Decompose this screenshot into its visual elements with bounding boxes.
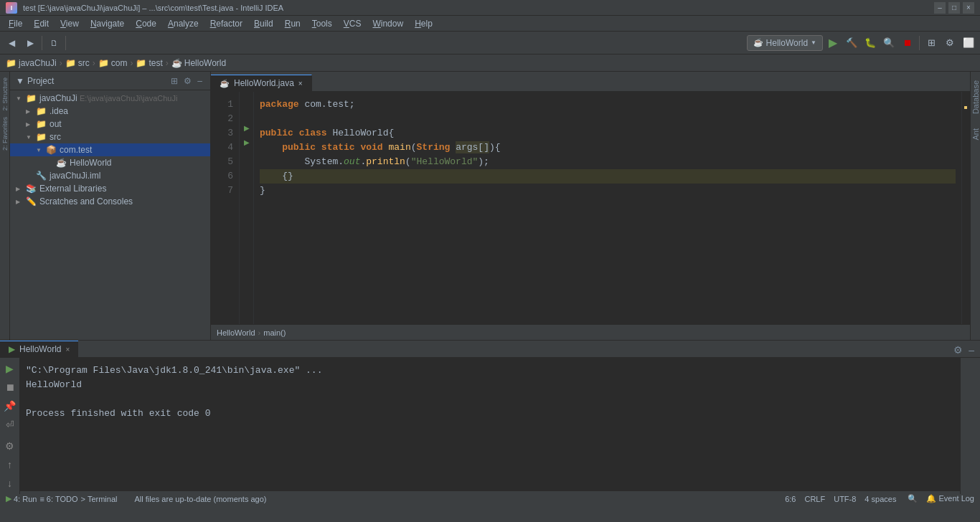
package-icon: 📦 bbox=[46, 145, 57, 155]
menu-navigate[interactable]: Navigate bbox=[85, 17, 130, 30]
menu-run[interactable]: Run bbox=[279, 17, 306, 30]
debug-button[interactable]: 🐛 bbox=[862, 34, 879, 52]
menu-code[interactable]: Code bbox=[130, 17, 162, 30]
editor-tab-helloworld[interactable]: ☕ HelloWorld.java × bbox=[211, 75, 312, 91]
run-settings-btn2[interactable]: ⚙ bbox=[2, 438, 18, 454]
terminal-bottom-icon: > bbox=[80, 495, 85, 503]
code-line-4: public static void main(String args[]){ bbox=[260, 141, 956, 155]
tree-item-root[interactable]: ▼ 📁 javaChuJi E:\java\javaChuJi\javaChuJ… bbox=[10, 92, 210, 105]
run-output[interactable]: "C:\Program Files\Java\jdk1.8.0_241\bin\… bbox=[20, 358, 960, 494]
run-output-line-4: Process finished with exit code 0 bbox=[26, 407, 954, 421]
recent-files-button[interactable]: 🗋 bbox=[45, 34, 62, 52]
wrap-output-button[interactable]: ⏎ bbox=[2, 417, 18, 432]
src-folder-icon: 📁 bbox=[65, 58, 76, 68]
pin-tab-button[interactable]: 📌 bbox=[2, 398, 18, 414]
tree-item-idea[interactable]: ▶ 📁 .idea bbox=[10, 105, 210, 118]
restart-button[interactable]: ▶ bbox=[2, 361, 18, 376]
main-area: 2: Structure 2: Favorites ▼ Project ⊞ ⚙ … bbox=[0, 72, 980, 340]
todo-bottom-tab[interactable]: ≡ 6: TODO bbox=[39, 495, 77, 503]
status-charset[interactable]: UTF-8 bbox=[834, 495, 856, 503]
status-indent[interactable]: 4 spaces bbox=[864, 495, 896, 503]
editor-bc-class[interactable]: HelloWorld bbox=[217, 328, 255, 337]
run-settings-button[interactable]: ⚙ bbox=[951, 343, 966, 357]
run-button[interactable]: ▶ bbox=[824, 34, 842, 52]
breadcrumb-com[interactable]: 📁 com bbox=[98, 58, 128, 68]
window-controls[interactable]: – □ × bbox=[934, 2, 974, 14]
status-line-ending[interactable]: CRLF bbox=[804, 495, 825, 503]
tree-item-iml[interactable]: 🔧 javaChuJi.iml bbox=[10, 169, 210, 182]
terminal-bottom-tab[interactable]: > Terminal bbox=[80, 495, 117, 503]
breadcrumb-src[interactable]: 📁 src bbox=[65, 58, 90, 68]
menu-help[interactable]: Help bbox=[409, 17, 438, 30]
panel-settings-button[interactable]: ⚙ bbox=[182, 75, 194, 87]
menu-window[interactable]: Window bbox=[367, 17, 409, 30]
minimize-button[interactable]: – bbox=[934, 2, 946, 14]
line-numbers: 1 2 3 4 5 6 7 bbox=[211, 92, 240, 324]
breadcrumb-sep-2: › bbox=[93, 58, 95, 68]
menu-build[interactable]: Build bbox=[248, 17, 279, 30]
run-arrow-4[interactable]: ▶ bbox=[244, 138, 250, 146]
status-message: All files are up-to-date (moments ago) bbox=[134, 495, 266, 503]
run-panel-close-button[interactable]: – bbox=[966, 343, 977, 357]
left-strip-structure[interactable]: 2: Structure bbox=[1, 75, 9, 114]
left-strip-favorites[interactable]: 2: Favorites bbox=[1, 114, 9, 153]
menu-vcs[interactable]: VCS bbox=[338, 17, 367, 30]
breadcrumb-sep-3: › bbox=[130, 58, 133, 68]
gutter-row-4[interactable]: ▶ bbox=[240, 135, 253, 149]
project-title[interactable]: ▼ Project bbox=[16, 76, 54, 86]
expand-arrow-root: ▼ bbox=[16, 95, 26, 102]
tree-label-external-libs: External Libraries bbox=[39, 184, 106, 194]
menu-file[interactable]: File bbox=[3, 17, 28, 30]
project-structure-button[interactable]: ⊞ bbox=[923, 34, 940, 52]
close-button[interactable]: × bbox=[963, 2, 974, 14]
run-tab-run[interactable]: ▶ HelloWorld × bbox=[0, 341, 78, 357]
tab-close-button[interactable]: × bbox=[298, 80, 303, 87]
settings-button[interactable]: ⚙ bbox=[941, 34, 958, 52]
out-folder-icon: 📁 bbox=[36, 119, 47, 129]
stop-button[interactable]: ⏹ bbox=[899, 34, 916, 52]
tree-item-src[interactable]: ▼ 📁 src bbox=[10, 130, 210, 143]
run-scroll-down[interactable]: ↓ bbox=[2, 475, 18, 491]
toolbar: ◀ ▶ 🗋 ☕ HelloWorld ▼ ▶ 🔨 🐛 🔍 ⏹ ⊞ ⚙ ⬜ bbox=[0, 32, 980, 54]
editor-bc-method[interactable]: main() bbox=[263, 328, 286, 337]
breadcrumb-file[interactable]: ☕ HelloWorld bbox=[171, 58, 226, 68]
tree-item-out[interactable]: ▶ 📁 out bbox=[10, 118, 210, 130]
event-log-button[interactable]: 🔔 Event Log bbox=[926, 494, 974, 503]
run-tab-close[interactable]: × bbox=[65, 346, 70, 353]
database-panel-tab[interactable]: Database bbox=[971, 75, 981, 120]
run-arrow-3[interactable]: ▶ bbox=[244, 124, 250, 132]
menu-edit[interactable]: Edit bbox=[28, 17, 55, 30]
maximize-editor-button[interactable]: ⬜ bbox=[960, 34, 977, 52]
gutter-row-7 bbox=[240, 178, 253, 192]
stop-run-button[interactable]: ⏹ bbox=[2, 379, 18, 395]
test-folder-icon: 📁 bbox=[136, 58, 146, 68]
back-button[interactable]: ◀ bbox=[3, 34, 20, 52]
tree-item-helloworld[interactable]: ☕ HelloWorld bbox=[10, 156, 210, 169]
project-dropdown-arrow: ▼ bbox=[16, 76, 24, 86]
menu-tools[interactable]: Tools bbox=[306, 17, 338, 30]
run-config-selector[interactable]: ☕ HelloWorld ▼ bbox=[747, 35, 823, 51]
tree-item-external-libs[interactable]: ▶ 📚 External Libraries bbox=[10, 182, 210, 195]
search-everywhere-button[interactable]: 🔍 bbox=[880, 34, 897, 52]
forward-button[interactable]: ▶ bbox=[22, 34, 39, 52]
panel-close-button[interactable]: – bbox=[195, 75, 204, 87]
project-label: Project bbox=[27, 76, 54, 86]
code-content[interactable]: package com.test; public class HelloWorl… bbox=[254, 92, 961, 324]
status-position[interactable]: 6:6 bbox=[785, 495, 796, 503]
gutter-mark-yellow bbox=[964, 106, 967, 109]
layout-settings-button[interactable]: ⊞ bbox=[169, 75, 180, 87]
menu-view[interactable]: View bbox=[55, 17, 85, 30]
run-scroll-up[interactable]: ↑ bbox=[2, 457, 18, 473]
gutter-row-3[interactable]: ▶ bbox=[240, 120, 253, 135]
menu-analyze[interactable]: Analyze bbox=[162, 17, 204, 30]
tree-item-com-test[interactable]: ▼ 📦 com.test bbox=[10, 143, 210, 156]
run-bottom-tab[interactable]: ▶ 4: Run bbox=[6, 494, 37, 503]
breadcrumb-test[interactable]: 📁 test bbox=[136, 58, 162, 68]
tree-item-scratches[interactable]: ▶ ✏️ Scratches and Consoles bbox=[10, 195, 210, 208]
breadcrumb-root[interactable]: 📁 javaChuJi bbox=[6, 58, 57, 68]
build-button[interactable]: 🔨 bbox=[843, 34, 860, 52]
menu-refactor[interactable]: Refactor bbox=[204, 17, 248, 30]
maximize-button[interactable]: □ bbox=[948, 2, 960, 14]
code-editor[interactable]: 1 2 3 4 5 6 7 ▶ ▶ package com.test; p bbox=[211, 92, 970, 324]
ant-panel-tab[interactable]: Ant bbox=[971, 123, 981, 146]
